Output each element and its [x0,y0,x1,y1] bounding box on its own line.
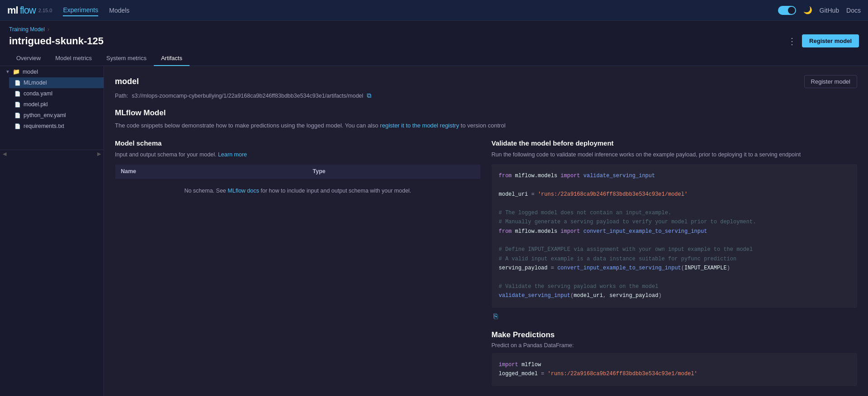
registry-link[interactable]: register it to the model registry [380,122,459,129]
register-model-header-button[interactable]: Register model [802,34,859,47]
col-name-header: Name [115,165,308,179]
artifact-title: model [115,77,139,86]
page-header: Training Model › intrigued-skunk-125 ⋮ R… [0,21,868,47]
no-schema-text: No schema. See MLflow docs for how to in… [115,179,481,203]
page-title-actions: ⋮ Register model [787,34,859,47]
make-predictions-code-block: import mlflow logged_model = 'runs:/22a9… [492,353,858,386]
make-predictions-title: Make Predictions [492,330,858,339]
section-desc-suffix: to version control [459,122,506,129]
theme-toggle[interactable] [778,6,796,15]
artifact-path-row: Path: s3://mlops-zoomcamp-cyberbullying/… [115,92,857,99]
scroll-left-icon[interactable]: ◀ [3,151,6,157]
artifact-content: model Register model Path: s3://mlops-zo… [104,66,868,396]
docs-link[interactable]: Docs [846,7,861,14]
tree-arrow-icon: ▼ [5,69,10,74]
section-description: The code snippets below demonstrate how … [115,121,857,130]
logo-version: 2.15.0 [38,8,52,13]
copy-path-icon[interactable]: ⧉ [367,92,371,99]
path-label: Path: [115,93,128,99]
page-title-row: intrigued-skunk-125 ⋮ Register model [9,34,859,47]
predict-pandas-desc: Predict on a Pandas DataFrame: [492,342,858,349]
logo-flow: flow [20,5,36,16]
tree-folder-model[interactable]: ▼ 📁 model [0,66,104,77]
file-icon-modelpkl: 📄 [14,102,21,108]
sidebar-bottom-nav: ◀ ▶ [0,150,104,158]
tabs: Overview Model metrics System metrics Ar… [0,51,868,66]
breadcrumb: Training Model › [9,26,859,33]
main-layout: ▼ 📁 model 📄 MLmodel 📄 conda.yaml 📄 model… [0,66,868,396]
two-column-section: Model schema Input and output schema for… [115,139,857,386]
file-icon-conda: 📄 [14,91,21,97]
validate-desc: Run the following code to validate model… [492,151,858,159]
tree-folder-label: model [23,69,38,75]
validate-section: Validate the model before deployment Run… [492,139,858,386]
header-left: mlflow 2.15.0 Experiments Models [7,5,129,16]
logo-ml: ml [7,5,18,16]
no-schema-suffix: for how to include input and output sche… [259,188,411,194]
nav-models[interactable]: Models [109,5,129,16]
breadcrumb-parent[interactable]: Training Model [9,26,45,33]
tree-file-label-conda: conda.yaml [24,90,52,97]
tree-file-modelpkl[interactable]: 📄 model.pkl [9,99,104,110]
more-actions-button[interactable]: ⋮ [787,36,797,47]
tab-system-metrics[interactable]: System metrics [99,51,154,66]
model-schema-section: Model schema Input and output schema for… [115,139,481,386]
tree-children: 📄 MLmodel 📄 conda.yaml 📄 model.pkl 📄 pyt… [0,77,104,132]
register-model-content-button[interactable]: Register model [804,75,857,88]
scroll-right-icon[interactable]: ▶ [97,151,101,157]
schema-table: Name Type No schema. See MLflow docs for… [115,164,481,203]
tab-model-metrics[interactable]: Model metrics [48,51,99,66]
nav-experiments[interactable]: Experiments [63,5,98,16]
validate-code-block: from mlflow.models import validate_servi… [492,164,858,307]
github-link[interactable]: GitHub [820,7,840,14]
mlflow-model-title: MLflow Model [115,108,857,118]
tab-artifacts[interactable]: Artifacts [154,51,190,66]
tree-file-requirements[interactable]: 📄 requirements.txt [9,121,104,132]
validate-title: Validate the model before deployment [492,139,858,147]
mlflow-docs-link[interactable]: MLflow docs [228,188,259,194]
artifact-sidebar: ▼ 📁 model 📄 MLmodel 📄 conda.yaml 📄 model… [0,66,104,396]
header: mlflow 2.15.0 Experiments Models 🌙 GitHu… [0,0,868,21]
tree-file-label-mlmodel: MLmodel [24,80,47,86]
tree-file-mlmodel[interactable]: 📄 MLmodel [9,77,104,88]
copy-validate-code-button[interactable]: ⎘ [492,311,500,321]
folder-icon: 📁 [13,68,20,75]
path-value: s3://mlops-zoomcamp-cyberbullying/1/22a9… [132,93,363,99]
logo: mlflow 2.15.0 [7,5,52,16]
content-header: model Register model [115,75,857,88]
file-icon-pythonenv: 📄 [14,113,21,118]
breadcrumb-separator: › [47,26,49,33]
tree-file-label-modelpkl: model.pkl [24,101,48,108]
col-type-header: Type [307,165,480,179]
section-desc-prefix: The code snippets below demonstrate how … [115,122,380,129]
tree-file-conda[interactable]: 📄 conda.yaml [9,88,104,99]
model-schema-desc: Input and output schema for your model. … [115,151,481,159]
schema-desc-prefix: Input and output schema for your model. [115,151,218,158]
tree-file-pythonenv[interactable]: 📄 python_env.yaml [9,110,104,121]
file-icon-requirements: 📄 [14,123,21,129]
moon-icon: 🌙 [803,6,812,14]
tab-overview[interactable]: Overview [9,51,48,66]
tree-file-label-requirements: requirements.txt [24,123,64,129]
file-icon-mlmodel: 📄 [14,80,21,86]
header-right: 🌙 GitHub Docs [778,6,861,15]
copy-code-row: ⎘ [492,311,858,321]
learn-more-link[interactable]: Learn more [218,151,247,158]
no-schema-prefix: No schema. See [184,188,228,194]
tree-file-label-pythonenv: python_env.yaml [24,112,66,118]
page-title: intrigued-skunk-125 [9,35,104,47]
no-schema-row: No schema. See MLflow docs for how to in… [115,179,481,203]
model-schema-title: Model schema [115,139,481,147]
